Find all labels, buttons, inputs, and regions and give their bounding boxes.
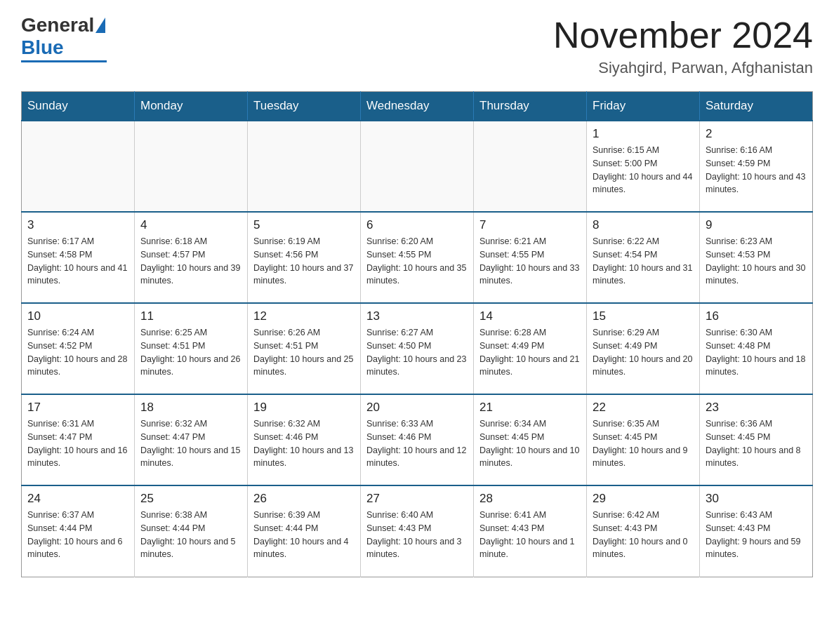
calendar-cell: 26Sunrise: 6:39 AMSunset: 4:44 PMDayligh… [248,485,361,577]
calendar-cell: 15Sunrise: 6:29 AMSunset: 4:49 PMDayligh… [587,303,700,394]
day-info: Sunrise: 6:18 AMSunset: 4:57 PMDaylight:… [140,235,241,288]
calendar-cell: 14Sunrise: 6:28 AMSunset: 4:49 PMDayligh… [474,303,587,394]
day-number: 15 [593,309,694,323]
day-info: Sunrise: 6:36 AMSunset: 4:45 PMDaylight:… [706,417,807,470]
day-number: 18 [140,401,241,415]
day-number: 20 [366,401,468,415]
day-info: Sunrise: 6:26 AMSunset: 4:51 PMDaylight:… [253,326,355,379]
logo-underline [21,60,107,62]
day-number: 2 [706,127,807,141]
calendar-cell: 4Sunrise: 6:18 AMSunset: 4:57 PMDaylight… [135,212,248,303]
calendar-cell: 30Sunrise: 6:43 AMSunset: 4:43 PMDayligh… [700,485,813,577]
calendar-day-header: Sunday [22,92,135,121]
day-number: 24 [27,492,128,506]
calendar-cell: 25Sunrise: 6:38 AMSunset: 4:44 PMDayligh… [135,485,248,577]
day-info: Sunrise: 6:32 AMSunset: 4:46 PMDaylight:… [253,417,355,470]
day-info: Sunrise: 6:27 AMSunset: 4:50 PMDaylight:… [366,326,468,379]
calendar-cell: 24Sunrise: 6:37 AMSunset: 4:44 PMDayligh… [22,485,135,577]
day-info: Sunrise: 6:43 AMSunset: 4:43 PMDaylight:… [706,509,807,561]
calendar-cell [474,121,587,212]
day-info: Sunrise: 6:38 AMSunset: 4:44 PMDaylight:… [140,509,241,561]
calendar-cell: 1Sunrise: 6:15 AMSunset: 5:00 PMDaylight… [587,121,700,212]
day-info: Sunrise: 6:34 AMSunset: 4:45 PMDaylight:… [479,417,581,470]
logo-text: General [21,14,107,36]
day-number: 26 [253,492,355,506]
title-area: November 2024 Siyahgird, Parwan, Afghani… [553,14,813,77]
calendar-cell: 19Sunrise: 6:32 AMSunset: 4:46 PMDayligh… [248,394,361,485]
calendar-cell [248,121,361,212]
day-number: 22 [593,401,694,415]
calendar-cell: 27Sunrise: 6:40 AMSunset: 4:43 PMDayligh… [361,485,474,577]
day-info: Sunrise: 6:22 AMSunset: 4:54 PMDaylight:… [593,235,694,288]
day-number: 21 [479,401,581,415]
day-number: 1 [593,127,694,141]
day-number: 25 [140,492,241,506]
logo-triangle-icon [95,18,105,33]
day-number: 10 [27,309,128,323]
calendar-week-row: 1Sunrise: 6:15 AMSunset: 5:00 PMDaylight… [22,121,813,212]
calendar-header-row: SundayMondayTuesdayWednesdayThursdayFrid… [22,92,813,121]
page-subtitle: Siyahgird, Parwan, Afghanistan [553,59,813,77]
calendar-cell: 13Sunrise: 6:27 AMSunset: 4:50 PMDayligh… [361,303,474,394]
day-info: Sunrise: 6:24 AMSunset: 4:52 PMDaylight:… [27,326,128,379]
day-info: Sunrise: 6:15 AMSunset: 5:00 PMDaylight:… [593,144,694,196]
day-number: 23 [706,401,807,415]
day-number: 11 [140,309,241,323]
day-number: 17 [27,401,128,415]
day-info: Sunrise: 6:28 AMSunset: 4:49 PMDaylight:… [479,326,581,379]
logo-blue-text: Blue [21,36,64,58]
calendar-day-header: Friday [587,92,700,121]
day-info: Sunrise: 6:21 AMSunset: 4:55 PMDaylight:… [479,235,581,288]
calendar-cell [361,121,474,212]
day-number: 5 [253,218,355,232]
day-number: 7 [479,218,581,232]
calendar-day-header: Thursday [474,92,587,121]
calendar-header: SundayMondayTuesdayWednesdayThursdayFrid… [22,92,813,121]
day-info: Sunrise: 6:39 AMSunset: 4:44 PMDaylight:… [253,509,355,561]
calendar-cell: 16Sunrise: 6:30 AMSunset: 4:48 PMDayligh… [700,303,813,394]
calendar-body: 1Sunrise: 6:15 AMSunset: 5:00 PMDaylight… [22,121,813,577]
day-info: Sunrise: 6:33 AMSunset: 4:46 PMDaylight:… [366,417,468,470]
calendar-cell: 3Sunrise: 6:17 AMSunset: 4:58 PMDaylight… [22,212,135,303]
logo-blue-row: Blue [21,36,64,59]
day-info: Sunrise: 6:19 AMSunset: 4:56 PMDaylight:… [253,235,355,288]
day-info: Sunrise: 6:25 AMSunset: 4:51 PMDaylight:… [140,326,241,379]
calendar-table: SundayMondayTuesdayWednesdayThursdayFrid… [21,91,813,577]
calendar-cell: 9Sunrise: 6:23 AMSunset: 4:53 PMDaylight… [700,212,813,303]
day-number: 3 [27,218,128,232]
day-info: Sunrise: 6:31 AMSunset: 4:47 PMDaylight:… [27,417,128,470]
calendar-week-row: 10Sunrise: 6:24 AMSunset: 4:52 PMDayligh… [22,303,813,394]
calendar-cell: 11Sunrise: 6:25 AMSunset: 4:51 PMDayligh… [135,303,248,394]
calendar-cell: 7Sunrise: 6:21 AMSunset: 4:55 PMDaylight… [474,212,587,303]
logo-general-text: General [21,14,94,36]
day-number: 9 [706,218,807,232]
day-number: 14 [479,309,581,323]
day-number: 19 [253,401,355,415]
day-info: Sunrise: 6:37 AMSunset: 4:44 PMDaylight:… [27,509,128,561]
calendar-cell [22,121,135,212]
day-info: Sunrise: 6:23 AMSunset: 4:53 PMDaylight:… [706,235,807,288]
day-number: 13 [366,309,468,323]
calendar-cell: 23Sunrise: 6:36 AMSunset: 4:45 PMDayligh… [700,394,813,485]
day-info: Sunrise: 6:16 AMSunset: 4:59 PMDaylight:… [706,144,807,196]
day-info: Sunrise: 6:20 AMSunset: 4:55 PMDaylight:… [366,235,468,288]
logo: General Blue [21,14,107,62]
day-number: 27 [366,492,468,506]
page-header: General Blue November 2024 Siyahgird, Pa… [21,14,813,77]
day-number: 28 [479,492,581,506]
day-number: 6 [366,218,468,232]
day-info: Sunrise: 6:35 AMSunset: 4:45 PMDaylight:… [593,417,694,470]
day-number: 16 [706,309,807,323]
calendar-cell: 2Sunrise: 6:16 AMSunset: 4:59 PMDaylight… [700,121,813,212]
calendar-week-row: 17Sunrise: 6:31 AMSunset: 4:47 PMDayligh… [22,394,813,485]
day-info: Sunrise: 6:29 AMSunset: 4:49 PMDaylight:… [593,326,694,379]
day-info: Sunrise: 6:32 AMSunset: 4:47 PMDaylight:… [140,417,241,470]
calendar-cell: 18Sunrise: 6:32 AMSunset: 4:47 PMDayligh… [135,394,248,485]
calendar-cell: 8Sunrise: 6:22 AMSunset: 4:54 PMDaylight… [587,212,700,303]
calendar-day-header: Saturday [700,92,813,121]
calendar-cell: 10Sunrise: 6:24 AMSunset: 4:52 PMDayligh… [22,303,135,394]
day-number: 29 [593,492,694,506]
day-info: Sunrise: 6:41 AMSunset: 4:43 PMDaylight:… [479,509,581,561]
day-number: 12 [253,309,355,323]
calendar-cell: 22Sunrise: 6:35 AMSunset: 4:45 PMDayligh… [587,394,700,485]
